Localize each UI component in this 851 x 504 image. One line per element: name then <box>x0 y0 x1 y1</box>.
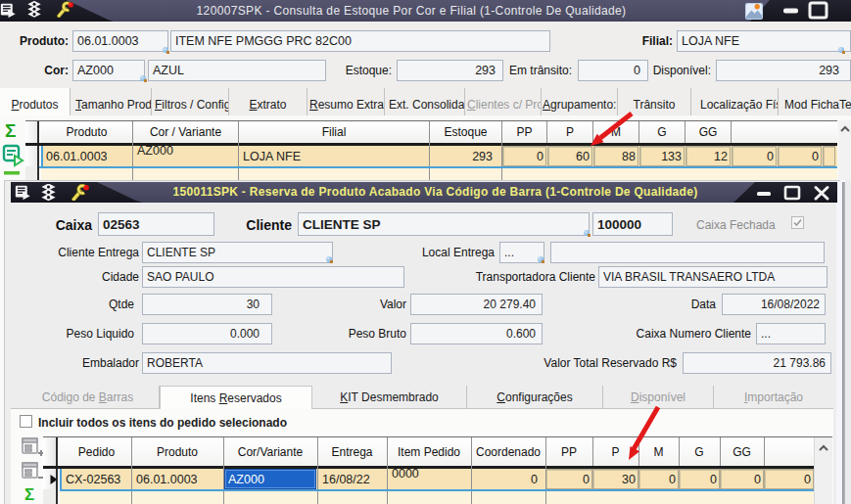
svg-text:Σ: Σ <box>24 485 34 504</box>
svg-text:Σ: Σ <box>5 121 16 141</box>
